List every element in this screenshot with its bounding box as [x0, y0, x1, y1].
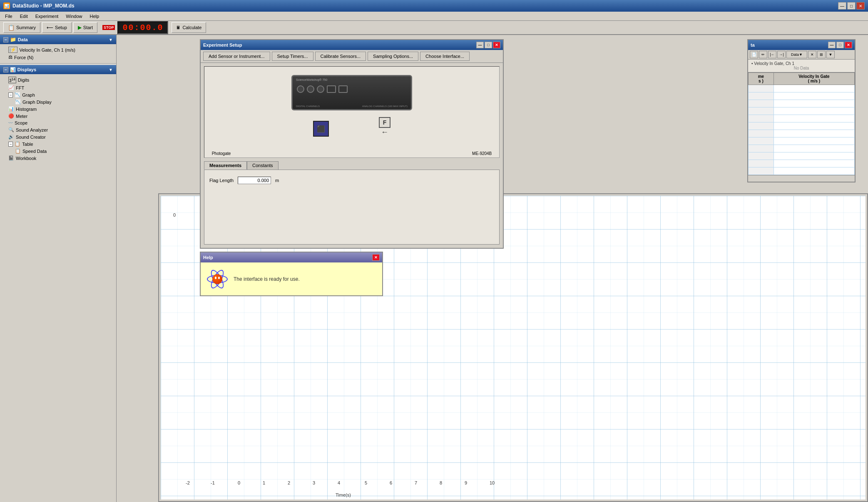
main-area: − 📁 Data ▼ |⚡ Velocity In Gate, Ch 1 (m/… [0, 35, 868, 502]
start-button[interactable]: ▶ Start [73, 22, 97, 33]
menu-file[interactable]: File [2, 13, 16, 20]
force-sensor-icon[interactable]: F [379, 117, 391, 128]
table-row [749, 85, 855, 92]
table-maximize-btn[interactable]: □ [836, 42, 844, 48]
tree-item-workbook[interactable]: 📓 Workbook [0, 155, 116, 162]
table-tool-4[interactable]: →| [777, 51, 786, 58]
experiment-minimize-btn[interactable]: — [476, 42, 484, 48]
close-button[interactable]: ✕ [856, 2, 865, 10]
table-tool-1[interactable]: 📄 [750, 51, 758, 58]
setup-timers-button[interactable]: Setup Timers... [272, 52, 313, 61]
setup-button[interactable]: ⟵ Setup [42, 22, 72, 33]
tree-item-graph[interactable]: − 📉 Graph [0, 91, 116, 98]
digital-channels-label: DIGITAL CHANNELS [296, 105, 320, 107]
tree-item-meter[interactable]: 🔴 Meter [0, 112, 116, 120]
calculate-button[interactable]: 🖩 Calculate [172, 22, 206, 33]
tree-item-sound-analyzer[interactable]: 🔍 Sound Analyzer [0, 126, 116, 133]
displays-expand-icon[interactable]: − [3, 67, 8, 72]
help-dialog: Help ✕ The i [200, 252, 383, 296]
analog-channels-label: ANALOG CHANNELS (100 MAX INPUT) [362, 105, 408, 107]
add-sensor-button[interactable]: Add Sensor or Instrument... [203, 52, 270, 61]
svg-text:8: 8 [440, 480, 442, 485]
menu-edit[interactable]: Edit [17, 13, 31, 20]
choose-interface-button[interactable]: Choose Interface... [420, 52, 470, 61]
table-scroll-area[interactable]: me s ) Velocity In Gate ( m/s ) [748, 72, 855, 175]
experiment-setup-titlebar: Experiment Setup — □ ✕ [201, 40, 503, 50]
calibrate-sensors-button[interactable]: Calibrate Sensors... [315, 52, 366, 61]
svg-text:1: 1 [263, 480, 265, 485]
atom-mascot [206, 267, 229, 290]
velocity-label: Velocity In Gate, Ch 1 (m/s) [19, 47, 75, 52]
time-cell [749, 115, 774, 122]
tab-constants[interactable]: Constants [247, 161, 279, 170]
tree-item-velocity[interactable]: |⚡ Velocity In Gate, Ch 1 (m/s) [0, 46, 116, 54]
table-grid-btn[interactable]: ⊞ [817, 51, 826, 58]
time-cell [749, 130, 774, 137]
tree-item-force[interactable]: ⚖ Force (N) [0, 54, 116, 61]
table-scrollbar[interactable] [748, 175, 855, 182]
flag-length-input[interactable] [238, 177, 271, 184]
displays-dropdown-icon[interactable]: ▼ [109, 67, 113, 72]
sampling-options-button[interactable]: Sampling Options... [368, 52, 418, 61]
menu-window[interactable]: Window [62, 13, 85, 20]
svg-text:0: 0 [173, 212, 176, 217]
sound-creator-label: Sound Creator [16, 135, 46, 140]
photogate-icon[interactable]: ⬛ [313, 121, 329, 137]
menu-help[interactable]: Help [86, 13, 102, 20]
fft-icon: 📈 [8, 85, 14, 90]
table-delete-btn[interactable]: ✕ [808, 51, 816, 58]
table-close-btn[interactable]: ✕ [845, 42, 852, 48]
experiment-setup-dialog: Experiment Setup — □ ✕ Add Sensor or Ins… [200, 39, 504, 249]
help-controls: ✕ [372, 254, 380, 261]
displays-tree: 314 Digits 📈 FFT − 📉 Graph 📉 Graph Displ… [0, 74, 116, 502]
sound-creator-icon: 🔊 [8, 134, 14, 140]
tree-item-speed-data[interactable]: 📋 Speed Data [0, 147, 116, 155]
table-data-btn[interactable]: Data ▼ [786, 51, 807, 58]
tree-item-table[interactable]: − 📋 Table [0, 140, 116, 147]
minimize-button[interactable]: — [838, 2, 846, 10]
experiment-close-btn[interactable]: ✕ [493, 42, 500, 48]
svg-text:-2: -2 [186, 480, 190, 485]
data-section-header: − 📁 Data ▼ [0, 35, 116, 44]
time-cell [749, 167, 774, 175]
table-expand-btn[interactable]: ▼ [826, 51, 835, 58]
velocity-cell [773, 137, 854, 145]
data-dropdown-icon[interactable]: ▼ [109, 37, 113, 42]
flag-length-label: Flag Length [209, 178, 234, 183]
velocity-cell [773, 130, 854, 137]
data-expand-icon[interactable]: − [3, 37, 8, 42]
menu-experiment[interactable]: Experiment [32, 13, 62, 20]
tree-item-fft[interactable]: 📈 FFT [0, 84, 116, 91]
svg-text:3: 3 [313, 480, 315, 485]
tree-item-scope[interactable]: 〰 Scope [0, 120, 116, 126]
force-sensor[interactable]: F ← [379, 117, 391, 137]
graph-expand-icon[interactable]: − [8, 92, 13, 97]
meter-label: Meter [16, 114, 27, 119]
maximize-button[interactable]: □ [847, 2, 856, 10]
help-close-btn[interactable]: ✕ [372, 254, 380, 261]
photogate-sensor[interactable]: ⬛ [313, 121, 329, 137]
svg-text:6: 6 [390, 480, 392, 485]
tree-item-histogram[interactable]: 📊 Histogram [0, 105, 116, 112]
device-ports [297, 85, 348, 93]
svg-text:7: 7 [415, 480, 417, 485]
tree-item-sound-creator[interactable]: 🔊 Sound Creator [0, 133, 116, 140]
time-cell [749, 137, 774, 145]
app-icon: 📊 [3, 2, 10, 9]
svg-text:-1: -1 [211, 480, 215, 485]
summary-button[interactable]: 📋 Summary [3, 22, 40, 33]
table-row [749, 115, 855, 122]
table-tool-3[interactable]: |← [768, 51, 776, 58]
tab-measurements[interactable]: Measurements [204, 161, 247, 170]
data-table: me s ) Velocity In Gate ( m/s ) [748, 72, 855, 175]
table-row [749, 145, 855, 152]
table-expand-icon[interactable]: − [8, 142, 13, 147]
sound-analyzer-label: Sound Analyzer [16, 127, 48, 132]
svg-text:5: 5 [365, 480, 367, 485]
tree-item-digits[interactable]: 314 Digits [0, 76, 116, 84]
experiment-maximize-btn[interactable]: □ [485, 42, 492, 48]
table-tool-2[interactable]: ✏ [759, 51, 767, 58]
tree-item-graph-display[interactable]: 📉 Graph Display [0, 98, 116, 105]
table-row [749, 137, 855, 145]
table-minimize-btn[interactable]: — [828, 42, 836, 48]
